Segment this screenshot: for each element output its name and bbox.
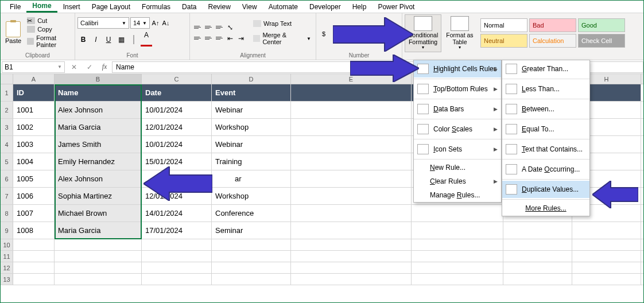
- data-bars-item[interactable]: Data Bars: [414, 100, 501, 118]
- manage-rules-icon: [417, 192, 425, 199]
- header-id[interactable]: ID: [13, 84, 55, 101]
- icon-sets-item[interactable]: Icon Sets: [414, 141, 501, 158]
- insert-function-button[interactable]: fx: [102, 63, 107, 71]
- underline-button[interactable]: U: [103, 36, 114, 44]
- border-button[interactable]: ▦: [115, 36, 127, 44]
- merge-icon: [253, 35, 260, 42]
- align-top-button[interactable]: [192, 23, 203, 32]
- header-name[interactable]: Name: [55, 84, 142, 101]
- font-color-button[interactable]: A: [141, 31, 152, 48]
- table-row[interactable]: 13: [1, 274, 643, 285]
- align-middle-button[interactable]: [203, 23, 214, 32]
- svg-marker-2: [143, 166, 212, 201]
- group-label-clipboard: Clipboard: [3, 51, 72, 59]
- style-good[interactable]: Good: [578, 18, 625, 32]
- fill-color-button[interactable]: [128, 36, 139, 44]
- color-scales-item[interactable]: Color Scales: [414, 121, 501, 138]
- menu-page-layout[interactable]: Page Layout: [86, 2, 136, 12]
- table-row[interactable]: 12: [1, 262, 643, 274]
- header-date[interactable]: Date: [142, 84, 212, 101]
- increase-font-button[interactable]: A↑: [151, 18, 160, 28]
- table-row[interactable]: 11: [1, 251, 643, 262]
- highlight-cells-icon: [417, 64, 429, 74]
- manage-rules-item[interactable]: Manage Rules...: [414, 188, 501, 202]
- menu-data[interactable]: Data: [176, 2, 202, 12]
- enter-formula-button[interactable]: ✓: [87, 63, 92, 71]
- clear-rules-item[interactable]: Clear Rules: [414, 174, 501, 188]
- greater-than-item[interactable]: Greater Than...: [502, 60, 589, 77]
- menu-power-pivot[interactable]: Power Pivot: [372, 2, 420, 12]
- group-label-alignment: Alignment: [192, 51, 313, 59]
- menu-developer[interactable]: Developer: [304, 2, 347, 12]
- style-calculation[interactable]: Calculation: [529, 34, 576, 48]
- col-header-c[interactable]: C: [142, 74, 212, 84]
- wrap-text-button[interactable]: Wrap Text: [251, 19, 313, 28]
- group-label-font: Font: [77, 51, 187, 59]
- select-all-corner[interactable]: [1, 74, 13, 84]
- menu-help[interactable]: Help: [347, 2, 373, 12]
- data-bars-icon: [417, 104, 429, 114]
- decrease-font-button[interactable]: A↓: [161, 18, 170, 28]
- col-header-b[interactable]: B: [55, 74, 142, 84]
- between-item[interactable]: Between...: [502, 100, 589, 118]
- annotation-arrow-4: [592, 181, 638, 208]
- copy-button[interactable]: Copy: [27, 26, 72, 33]
- italic-button[interactable]: I: [90, 36, 102, 44]
- col-header-a[interactable]: A: [13, 74, 55, 84]
- align-right-button[interactable]: [214, 34, 224, 43]
- equal-to-item[interactable]: Equal To...: [502, 121, 589, 138]
- more-rules-item[interactable]: More Rules...: [502, 201, 589, 216]
- menu-automate[interactable]: Automate: [263, 2, 304, 12]
- duplicate-values-icon: [506, 184, 517, 195]
- style-neutral[interactable]: Neutral: [480, 34, 527, 48]
- increase-indent-button[interactable]: ⇥: [236, 34, 246, 43]
- conditional-formatting-icon: [414, 16, 432, 31]
- accounting-format-button[interactable]: $: [319, 30, 329, 37]
- decrease-indent-button[interactable]: ⇤: [225, 34, 235, 43]
- align-bottom-button[interactable]: [214, 23, 224, 32]
- style-bad[interactable]: Bad: [529, 18, 576, 32]
- brush-icon: [27, 38, 34, 45]
- new-rule-item[interactable]: New Rule...: [414, 161, 501, 174]
- menu-insert[interactable]: Insert: [57, 2, 86, 12]
- menu-bar[interactable]: File Home Insert Page Layout Formulas Da…: [1, 1, 643, 13]
- align-center-button[interactable]: [203, 34, 214, 43]
- cut-button[interactable]: ✂Cut: [27, 17, 72, 24]
- header-event[interactable]: Event: [212, 84, 291, 101]
- color-scales-icon: [417, 124, 429, 134]
- menu-review[interactable]: Review: [202, 2, 236, 12]
- table-row[interactable]: 10: [1, 239, 643, 251]
- font-name-selector[interactable]: Calibri▼: [77, 17, 129, 29]
- col-header-d[interactable]: D: [212, 74, 291, 84]
- duplicate-values-item[interactable]: Duplicate Values...: [502, 181, 589, 198]
- align-left-button[interactable]: [192, 34, 203, 43]
- name-box[interactable]: B1▼: [2, 61, 65, 73]
- menu-view[interactable]: View: [236, 2, 263, 12]
- between-icon: [506, 104, 517, 114]
- top-bottom-rules-item[interactable]: Top/Bottom Rules: [414, 80, 501, 98]
- less-than-item[interactable]: Less Than...: [502, 80, 589, 98]
- less-than-icon: [506, 84, 517, 94]
- format-painter-button[interactable]: Format Painter: [27, 34, 72, 48]
- font-size-selector[interactable]: 14▼: [130, 17, 150, 29]
- table-row[interactable]: 91008Maria Garcia17/01/2024Seminar: [1, 222, 643, 239]
- wrap-text-icon: [253, 20, 261, 27]
- annotation-arrow-2: [350, 55, 419, 82]
- top-bottom-icon: [417, 84, 429, 94]
- paste-button[interactable]: Paste: [3, 20, 24, 45]
- cancel-formula-button[interactable]: ✕: [71, 63, 77, 71]
- orientation-button[interactable]: ⤡: [225, 23, 235, 32]
- merge-center-button[interactable]: Merge & Center▼: [251, 30, 313, 46]
- text-contains-item[interactable]: Text that Contains...: [502, 141, 589, 158]
- style-check-cell[interactable]: Check Cell: [578, 34, 625, 48]
- icon-sets-icon: [417, 144, 429, 154]
- svg-marker-0: [333, 17, 413, 52]
- format-as-table-button[interactable]: Format as Table ▾: [441, 15, 478, 52]
- style-normal[interactable]: Normal: [480, 18, 527, 32]
- highlight-cells-rules-item[interactable]: Highlight Cells Rules: [414, 60, 501, 77]
- bold-button[interactable]: B: [77, 36, 89, 44]
- menu-formulas[interactable]: Formulas: [136, 2, 176, 12]
- date-occurring-item[interactable]: A Date Occurring...: [502, 161, 589, 178]
- menu-file[interactable]: File: [4, 2, 26, 12]
- menu-home[interactable]: Home: [26, 1, 57, 13]
